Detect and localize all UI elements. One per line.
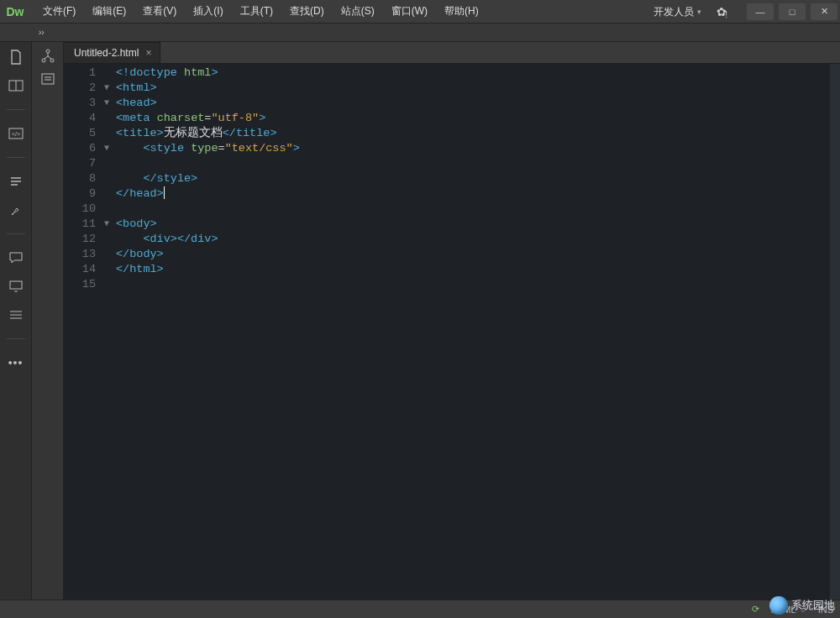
svg-point-7 [50,59,54,62]
left-panel-rail [32,42,64,600]
svg-text:</>: </> [12,131,20,137]
menubar: 文件(F) 编辑(E) 查看(V) 插入(I) 工具(T) 查找(D) 站点(S… [35,0,486,23]
window-controls: — □ ✕ [744,3,840,20]
doc-toolbar-handle[interactable]: ›› [34,25,50,39]
file-tabbar: Untitled-2.html × [64,42,840,64]
menu-file[interactable]: 文件(F) [35,0,83,23]
maximize-button[interactable]: □ [779,3,806,20]
menu-edit[interactable]: 编辑(E) [85,0,134,23]
menu-site[interactable]: 站点(S) [333,0,382,23]
menu-tools[interactable]: 工具(T) [233,0,281,23]
file-tab-active[interactable]: Untitled-2.html × [64,42,160,63]
svg-rect-4 [10,281,22,289]
close-button[interactable]: ✕ [811,3,837,20]
alert-icon: ! [725,10,727,19]
left-tool-rail: </> ••• [0,42,32,600]
code-area[interactable]: <!doctype html> <html> <head> <meta char… [113,64,840,600]
chevron-down-icon: ⌄ [800,605,806,614]
brush-icon[interactable] [8,202,24,218]
file-tab-label: Untitled-2.html [74,47,139,59]
wand-icon[interactable] [8,173,24,190]
editor-scrollbar[interactable] [830,64,840,600]
file-icon[interactable] [8,49,24,65]
fold-column: ▼ ▼ ▼ ▼ [101,64,113,600]
chevron-down-icon: ▾ [697,3,701,20]
app-logo: Dw [0,0,30,24]
list-icon[interactable] [8,306,24,323]
titlebar: Dw 文件(F) 编辑(E) 查看(V) 插入(I) 工具(T) 查找(D) 站… [0,0,840,24]
code-icon[interactable]: </> [8,125,24,142]
status-sync[interactable]: ⟳ [752,604,759,615]
document-toolbar: ›› [0,24,840,42]
comment-icon[interactable] [8,249,24,266]
dom-tree-icon[interactable] [40,49,55,64]
code-editor[interactable]: 1 2 3 4 5 6 7 8 9 10 11 12 13 14 15 ▼ ▼ [64,64,840,600]
svg-rect-8 [42,74,54,84]
line-gutter: 1 2 3 4 5 6 7 8 9 10 11 12 13 14 15 [64,64,101,600]
statusbar: ⟳ HTML ⌄ INS [0,600,840,618]
status-ins-label: INS [818,605,833,615]
editor-panel: Untitled-2.html × 1 2 3 4 5 6 7 8 9 10 1… [64,42,840,600]
status-ins[interactable]: INS [818,605,833,615]
status-lang[interactable]: HTML ⌄ [771,605,806,615]
menu-window[interactable]: 窗口(W) [384,0,435,23]
svg-point-6 [42,59,45,62]
workspace-label: 开发人员 [654,3,694,20]
main-area: </> ••• Untitled- [0,42,840,600]
minimize-button[interactable]: — [747,3,774,20]
text-cursor [164,186,165,199]
sync-icon: ⟳ [752,604,759,615]
workspace-switcher[interactable]: 开发人员 ▾ [647,3,708,20]
menu-view[interactable]: 查看(V) [135,0,184,23]
svg-point-5 [46,50,50,53]
split-icon[interactable] [8,77,24,94]
monitor-icon[interactable] [8,278,24,295]
settings-button[interactable]: ✿! [708,5,738,18]
menu-help[interactable]: 帮助(H) [437,0,486,23]
status-lang-label: HTML [771,605,796,615]
menu-find[interactable]: 查找(D) [282,0,332,23]
more-icon[interactable]: ••• [8,354,24,371]
menu-insert[interactable]: 插入(I) [186,0,230,23]
snippets-icon[interactable] [40,72,55,86]
close-tab-icon[interactable]: × [145,47,151,59]
